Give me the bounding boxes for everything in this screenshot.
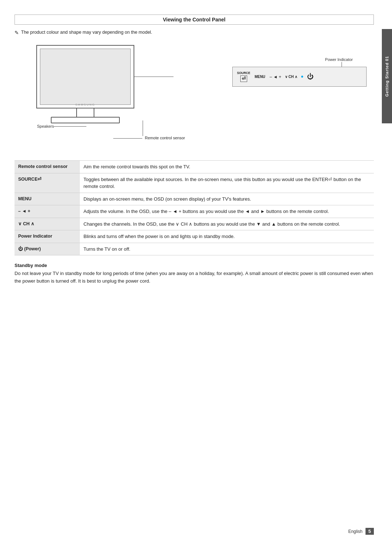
- table-term: MENU: [15, 193, 80, 205]
- table-term: – ◄ +: [15, 205, 80, 218]
- table-term: Remote control sensor: [15, 161, 80, 173]
- standby-text: Do not leave your TV in standby mode for…: [15, 270, 374, 285]
- table-row: – ◄ +Adjusts the volume. In the OSD, use…: [15, 205, 374, 218]
- page-footer: English 5: [348, 528, 374, 535]
- ctrl-source: SOURCE ⏎: [237, 71, 250, 82]
- table-term: Power Indicator: [15, 230, 80, 243]
- table-description: Toggles between all the available input …: [80, 173, 374, 193]
- table-row: MENUDisplays an on-screen menu, the OSD …: [15, 193, 374, 205]
- table-description: Aim the remote control towards this spot…: [80, 161, 374, 173]
- section-title: Viewing the Control Panel: [163, 17, 225, 22]
- connector-h-line: [134, 77, 173, 77]
- remote-sensor-text: Remote control sensor: [145, 136, 185, 140]
- speakers-label: Speakers: [37, 124, 86, 128]
- note-text: The product colour and shape may vary de…: [21, 30, 152, 35]
- section-header: Viewing the Control Panel: [15, 15, 374, 25]
- language-label: English: [348, 529, 362, 534]
- control-strip: SOURCE ⏎ MENU – ◄ + ∨ CH ∧ • ⏻: [232, 67, 367, 87]
- standby-title: Standby mode: [15, 263, 374, 268]
- table-term: SOURCE⏎: [15, 173, 80, 193]
- table-description: Changes the channels. In the OSD, use th…: [80, 218, 374, 230]
- source-icon: ⏎: [240, 75, 247, 82]
- menu-label: MENU: [254, 75, 265, 79]
- tv-outer: SAMSUNG: [36, 45, 134, 108]
- tv-screen: [40, 49, 131, 105]
- sidebar-text: Getting Started: [385, 62, 389, 97]
- remote-sensor-line: [143, 120, 143, 136]
- standby-section: Standby mode Do not leave your TV in sta…: [15, 263, 374, 285]
- tv-base: [51, 117, 120, 123]
- remote-sensor-label: Remote control sensor: [113, 136, 185, 140]
- main-content: Viewing the Control Panel ✎ The product …: [15, 15, 374, 527]
- table-term: ⏻ (Power): [15, 243, 80, 255]
- page-number: 5: [366, 528, 374, 535]
- note-line: ✎ The product colour and shape may vary …: [15, 30, 374, 36]
- diagram-area: SAMSUNG Speakers Power Indicator SOURCE …: [15, 41, 374, 154]
- table-row: Power IndicatorBlinks and turns off when…: [15, 230, 374, 243]
- table-row: Remote control sensorAim the remote cont…: [15, 161, 374, 173]
- table-row: SOURCE⏎Toggles between all the available…: [15, 173, 374, 193]
- info-table: Remote control sensorAim the remote cont…: [15, 160, 374, 255]
- table-row: ⏻ (Power)Turns the TV on or off.: [15, 243, 374, 255]
- note-icon: ✎: [15, 30, 19, 36]
- table-description: Adjusts the volume. In the OSD, use the …: [80, 205, 374, 218]
- tv-neck: [76, 108, 94, 118]
- table-description: Displays an on-screen menu, the OSD (on …: [80, 193, 374, 205]
- table-description: Blinks and turns off when the power is o…: [80, 230, 374, 243]
- tv-brand: SAMSUNG: [75, 103, 95, 106]
- tv-illustration: SAMSUNG: [36, 45, 142, 128]
- power-indicator-text: Power Indicator: [325, 57, 353, 62]
- power-indicator-label: Power Indicator: [325, 57, 353, 62]
- source-label: SOURCE: [237, 71, 250, 75]
- ch-label: ∨ CH ∧: [285, 75, 297, 79]
- table-row: ∨ CH ∧Changes the channels. In the OSD, …: [15, 218, 374, 230]
- table-term: ∨ CH ∧: [15, 218, 80, 230]
- sidebar-number: 01: [385, 56, 389, 61]
- vol-label: – ◄ +: [270, 74, 281, 79]
- dot-label: •: [301, 73, 303, 81]
- table-description: Turns the TV on or off.: [80, 243, 374, 255]
- sidebar-tab: 01 Getting Started: [382, 29, 392, 123]
- power-label: ⏻: [307, 73, 314, 81]
- speakers-text: Speakers: [37, 124, 54, 128]
